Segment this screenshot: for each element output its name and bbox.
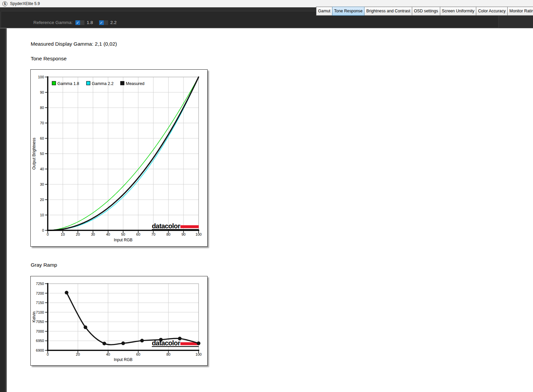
chart2-svg: datacolor6900695070007050710071507200725… xyxy=(31,276,208,366)
tone-response-chart: datacolor0102030405060708090100010203040… xyxy=(30,69,208,247)
data-point-marker xyxy=(140,339,144,342)
data-point-marker xyxy=(102,342,106,345)
gamma-2-2-checkbox-label: 2.2 xyxy=(110,20,117,25)
checkbox-track xyxy=(104,20,108,25)
x-axis-title: Input RGB xyxy=(114,238,132,242)
window-titlebar: S SpyderXElite 5.9 xyxy=(0,0,533,7)
tab-screen-uniformity[interactable]: Screen Uniformity xyxy=(440,7,477,16)
tab-strip: Gamut Tone Response Brightness and Contr… xyxy=(316,7,533,16)
x-tick-label: 0 xyxy=(47,232,49,236)
x-tick-label: 10 xyxy=(61,232,65,236)
x-tick-label: 40 xyxy=(106,352,110,356)
y-tick-label: 7250 xyxy=(36,282,44,286)
y-tick-label: 7200 xyxy=(36,291,44,295)
x-tick-label: 50 xyxy=(121,232,125,236)
x-tick-label: 90 xyxy=(182,232,186,236)
gamma-2-2-checkbox[interactable]: ✓ 2.2 xyxy=(99,20,117,25)
y-tick-label: 100 xyxy=(38,75,44,79)
y-tick-label: 0 xyxy=(42,228,44,232)
x-axis-title: Input RGB xyxy=(114,357,132,362)
x-tick-label: 60 xyxy=(136,352,140,356)
left-dark-margin xyxy=(0,28,7,392)
y-tick-label: 80 xyxy=(40,106,44,110)
svg-text:datacolor: datacolor xyxy=(152,222,180,230)
legend-swatch-measured xyxy=(120,81,124,85)
x-tick-label: 80 xyxy=(166,352,170,356)
app-logo-letter: S xyxy=(4,2,6,6)
tab-osd-settings[interactable]: OSD settings xyxy=(412,7,440,16)
gamma-1-8-checkbox[interactable]: ✓ 1.8 xyxy=(75,20,93,25)
gray-ramp-chart: datacolor6900695070007050710071507200725… xyxy=(30,276,208,366)
x-tick-label: 20 xyxy=(76,232,80,236)
y-tick-label: 7100 xyxy=(36,310,44,314)
y-tick-label: 90 xyxy=(40,90,44,94)
data-point-marker xyxy=(84,325,87,329)
tab-gamut[interactable]: Gamut xyxy=(316,7,332,16)
app-logo-icon: S xyxy=(2,1,7,6)
y-tick-label: 60 xyxy=(40,136,44,140)
tab-monitor-rating[interactable]: Monitor Rating xyxy=(507,7,533,16)
gray-ramp-section-title: Gray Ramp xyxy=(31,262,57,268)
y-tick-label: 6950 xyxy=(36,339,44,343)
x-tick-label: 0 xyxy=(47,352,49,356)
x-tick-label: 100 xyxy=(196,352,202,356)
legend-label: Gamma 2.2 xyxy=(92,81,113,86)
x-tick-label: 80 xyxy=(166,232,170,236)
x-tick-label: 30 xyxy=(91,232,95,236)
y-tick-label: 40 xyxy=(40,167,44,171)
x-tick-label: 70 xyxy=(151,232,155,236)
tone-response-section-title: Tone Response xyxy=(31,56,67,62)
y-tick-label: 30 xyxy=(40,182,44,186)
y-axis-title: Kelvin xyxy=(32,312,36,323)
datacolor-logo: datacolor xyxy=(152,339,199,347)
legend-label: Gamma 1.8 xyxy=(57,81,79,86)
y-tick-label: 20 xyxy=(40,198,44,202)
series-measured-white-point xyxy=(67,293,199,345)
data-point-marker xyxy=(197,341,201,345)
tab-tone-response[interactable]: Tone Response xyxy=(332,7,364,16)
legend-swatch-gamma-2-2 xyxy=(86,81,90,85)
data-point-marker xyxy=(159,338,163,342)
x-tick-label: 100 xyxy=(196,232,202,236)
chart1-svg: datacolor0102030405060708090100010203040… xyxy=(31,70,208,247)
tab-brightness-and-contrast[interactable]: Brightness and Contrast xyxy=(364,7,412,16)
data-point-marker xyxy=(178,337,182,340)
y-tick-label: 7050 xyxy=(36,320,44,324)
x-tick-label: 60 xyxy=(136,232,140,236)
datacolor-logo: datacolor xyxy=(152,222,199,230)
data-point-marker xyxy=(65,291,68,294)
reference-gamma-toolbar: Reference Gamma: ✓ 1.8 ✓ 2.2 xyxy=(33,20,122,25)
x-tick-label: 20 xyxy=(76,352,80,356)
y-tick-label: 70 xyxy=(40,121,44,125)
checkbox-checked-icon[interactable]: ✓ xyxy=(99,20,104,25)
legend-label: Measured xyxy=(126,81,145,86)
y-tick-label: 7000 xyxy=(36,329,44,333)
reference-gamma-label: Reference Gamma: xyxy=(33,20,73,25)
datacolor-red-bar xyxy=(181,225,199,228)
y-tick-label: 10 xyxy=(40,213,44,217)
gamma-1-8-checkbox-label: 1.8 xyxy=(87,20,93,25)
legend-swatch-gamma-1-8 xyxy=(52,81,56,85)
y-tick-label: 6900 xyxy=(36,348,44,352)
tab-color-accuracy[interactable]: Color Accuracy xyxy=(476,7,508,16)
data-point-marker xyxy=(121,341,125,345)
checkbox-checked-icon[interactable]: ✓ xyxy=(75,20,80,25)
measured-gamma-text: Measured Display Gamma: 2,1 (0,02) xyxy=(31,41,117,47)
window-title: SpyderXElite 5.9 xyxy=(10,1,40,6)
datacolor-underline xyxy=(152,346,199,347)
y-axis-title: Output Brightness xyxy=(32,138,36,170)
y-tick-label: 7150 xyxy=(36,301,44,305)
checkbox-track xyxy=(80,20,84,25)
y-tick-label: 50 xyxy=(40,152,44,156)
x-tick-label: 40 xyxy=(106,232,110,236)
